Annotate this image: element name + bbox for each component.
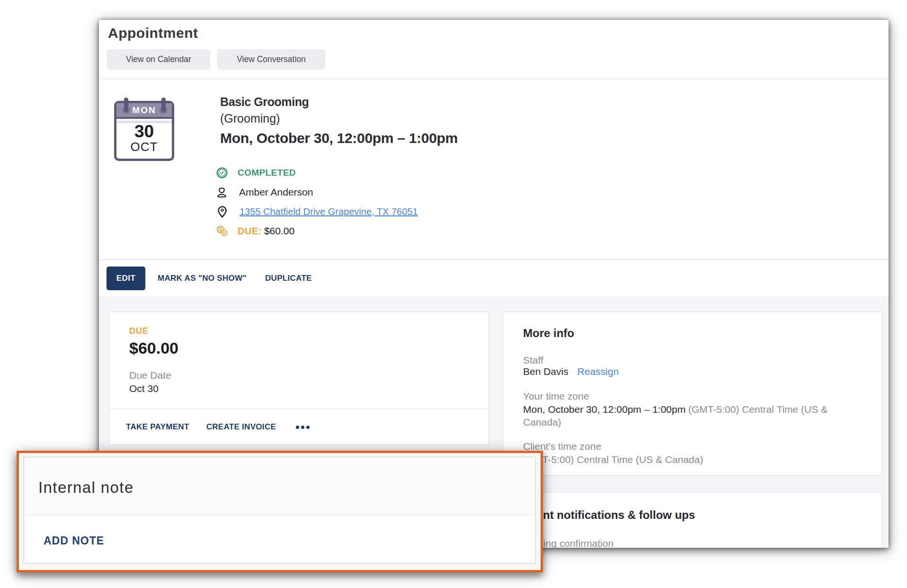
svg-text:¢: ¢	[223, 231, 225, 235]
